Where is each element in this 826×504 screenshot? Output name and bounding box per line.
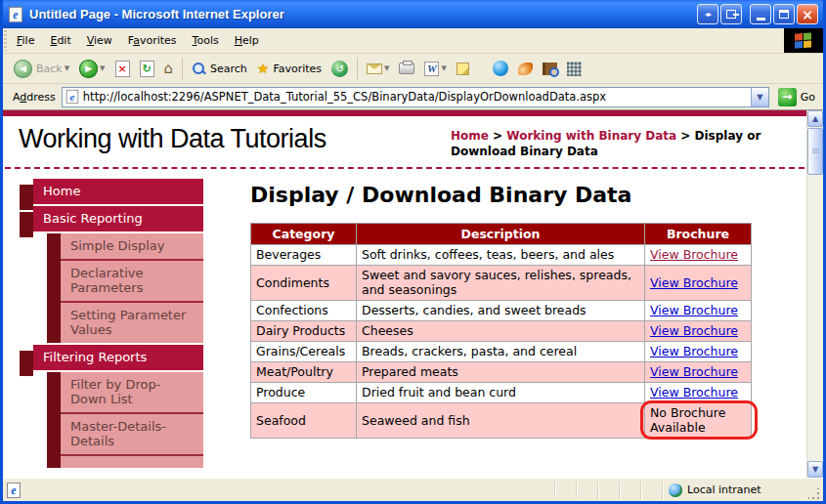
scroll-up-button[interactable]: ▲ xyxy=(807,110,823,127)
print-button[interactable] xyxy=(394,60,419,77)
sidebar-menu: HomeBasic ReportingSimple DisplayDeclara… xyxy=(20,179,203,470)
view-brochure-link[interactable]: View Brochure xyxy=(650,385,738,399)
close-button[interactable]: × xyxy=(797,4,818,24)
go-button[interactable]: → Go xyxy=(774,86,819,108)
table-row: CondimentsSweet and savory sauces, relis… xyxy=(251,266,752,301)
maximize-icon xyxy=(779,10,789,19)
view-brochure-link[interactable]: View Brochure xyxy=(650,247,738,262)
table-row: Grains/CerealsBreads, crackers, pasta, a… xyxy=(251,342,752,362)
view-brochure-link[interactable]: View Brochure xyxy=(650,275,738,290)
column-header-category: Category xyxy=(251,224,357,245)
menubar-grip[interactable] xyxy=(4,30,7,51)
forward-button[interactable]: ▶ ▼ xyxy=(74,57,109,81)
edit-with-word-button[interactable]: W ▼ xyxy=(419,59,451,79)
search-icon xyxy=(192,62,206,76)
menu-view[interactable]: View xyxy=(79,28,120,53)
sidebar-item-declarative-parameters[interactable]: Declarative Parameters xyxy=(61,261,203,303)
no-brochure-text: No Brochure Available xyxy=(650,405,725,435)
back-label: Back xyxy=(36,63,63,75)
menu-favorites[interactable]: Favorites xyxy=(120,28,185,53)
vm-switch-button[interactable]: ◂▸ xyxy=(697,4,718,24)
address-bar: Address e http://localhost:2296/ASPNET_D… xyxy=(3,84,823,110)
scroll-down-button[interactable]: ▼ xyxy=(807,461,823,478)
go-label: Go xyxy=(801,91,815,104)
intranet-globe-icon xyxy=(669,483,682,497)
view-brochure-link[interactable]: View Brochure xyxy=(650,323,738,338)
zone-label: Local intranet xyxy=(687,483,761,496)
mail-dropdown-icon[interactable]: ▼ xyxy=(384,64,389,72)
category-cell: Seafood xyxy=(251,403,357,439)
favorites-button[interactable]: ★ Favorites xyxy=(252,59,326,78)
sidebar-item-partial[interactable] xyxy=(61,456,203,468)
table-row: SeafoodSeaweed and fishNo Brochure Avail… xyxy=(251,403,752,439)
windows-flag-icon xyxy=(795,32,812,49)
address-dropdown-button[interactable]: ▼ xyxy=(751,88,768,106)
vertical-scrollbar[interactable]: ▲ ▼ xyxy=(806,110,823,478)
category-cell: Condiments xyxy=(251,266,357,301)
research-button[interactable] xyxy=(538,60,562,78)
home-button[interactable]: ⌂ xyxy=(159,59,179,79)
ie-favicon-icon: e xyxy=(9,7,24,22)
menu-file[interactable]: File xyxy=(9,28,42,53)
back-dropdown-icon[interactable]: ▼ xyxy=(65,64,69,72)
sidebar-item-filter-by-drop-down-list[interactable]: Filter by Drop-Down List xyxy=(61,372,203,414)
view-brochure-link[interactable]: View Brochure xyxy=(650,344,738,358)
page-favicon-icon: e xyxy=(66,90,79,104)
status-cell xyxy=(576,482,597,499)
vm-popout-button[interactable] xyxy=(720,4,742,24)
refresh-button[interactable]: ↻ xyxy=(135,58,159,80)
description-cell: Soft drinks, coffees, teas, beers, and a… xyxy=(357,245,645,266)
left-right-arrows-icon: ◂▸ xyxy=(705,10,711,19)
sidebar-item-simple-display[interactable]: Simple Display xyxy=(61,233,203,261)
back-button[interactable]: ◀ Back ▼ xyxy=(9,57,74,81)
resize-grip[interactable] xyxy=(808,488,821,501)
messenger-button[interactable] xyxy=(488,58,513,79)
stop-button[interactable]: × xyxy=(110,58,135,80)
breadcrumb-link[interactable]: Home xyxy=(451,129,489,143)
status-bar: e Local intranet xyxy=(3,478,823,501)
page-header: Working with Data Tutorials Home > Worki… xyxy=(3,116,806,165)
sidebar-item-home[interactable]: Home xyxy=(33,179,203,204)
table-row: Meat/PoultryPrepared meatsView Brochure xyxy=(251,362,752,383)
research-book-icon xyxy=(543,63,557,75)
word-dropdown-icon[interactable]: ▼ xyxy=(441,64,446,72)
title-bar: e Untitled Page - Microsoft Internet Exp… xyxy=(3,0,823,28)
sidebar-item-setting-parameter-values[interactable]: Setting Parameter Values xyxy=(61,303,203,343)
mail-button[interactable]: ▼ xyxy=(362,61,394,77)
status-cell xyxy=(640,482,662,499)
search-button[interactable]: Search xyxy=(187,59,252,79)
view-brochure-link[interactable]: View Brochure xyxy=(650,303,738,317)
scrollbar-thumb[interactable] xyxy=(807,128,823,175)
history-button[interactable]: ↺ xyxy=(326,58,353,80)
view-brochure-link[interactable]: View Brochure xyxy=(650,364,738,379)
categories-table: CategoryDescriptionBrochure BeveragesSof… xyxy=(250,223,752,439)
brochure-cell: View Brochure xyxy=(645,342,752,362)
menu-edit[interactable]: Edit xyxy=(42,28,78,53)
sidebar-item-filtering-reports[interactable]: Filtering Reports xyxy=(33,345,203,370)
sidebar-subgroup: Filter by Drop-Down ListMaster-Details-D… xyxy=(47,372,203,468)
menu-tools[interactable]: Tools xyxy=(185,28,227,53)
address-url[interactable]: http://localhost:2296/ASPNET_Data_Tutori… xyxy=(79,90,751,104)
discuss-button[interactable] xyxy=(452,60,474,78)
breadcrumb-link[interactable]: Working with Binary Data xyxy=(506,129,676,143)
brochure-cell: View Brochure xyxy=(645,362,752,383)
address-field[interactable]: e http://localhost:2296/ASPNET_Data_Tuto… xyxy=(62,87,769,107)
stop-icon: × xyxy=(115,61,130,77)
status-page-icon: e xyxy=(7,483,21,498)
minimize-button[interactable] xyxy=(750,4,771,24)
table-row: ProduceDried fruit and bean curdView Bro… xyxy=(251,383,752,403)
printer-icon xyxy=(399,63,414,74)
media-button[interactable] xyxy=(513,60,538,78)
maximize-button[interactable] xyxy=(773,4,795,24)
category-cell: Grains/Cereals xyxy=(251,342,357,362)
site-title: Working with Data Tutorials xyxy=(19,124,451,159)
matrix-tool-button[interactable] xyxy=(562,59,587,79)
sidebar-item-master-details-details[interactable]: Master-Details-Details xyxy=(61,414,203,456)
forward-dropdown-icon[interactable]: ▼ xyxy=(100,64,105,72)
forward-icon: ▶ xyxy=(79,60,98,78)
scrollbar-track[interactable] xyxy=(807,175,823,461)
menu-help[interactable]: Help xyxy=(227,28,267,53)
sidebar-item-basic-reporting[interactable]: Basic Reporting xyxy=(33,206,203,231)
ie-brand-logo xyxy=(784,28,823,53)
category-cell: Produce xyxy=(251,383,357,403)
